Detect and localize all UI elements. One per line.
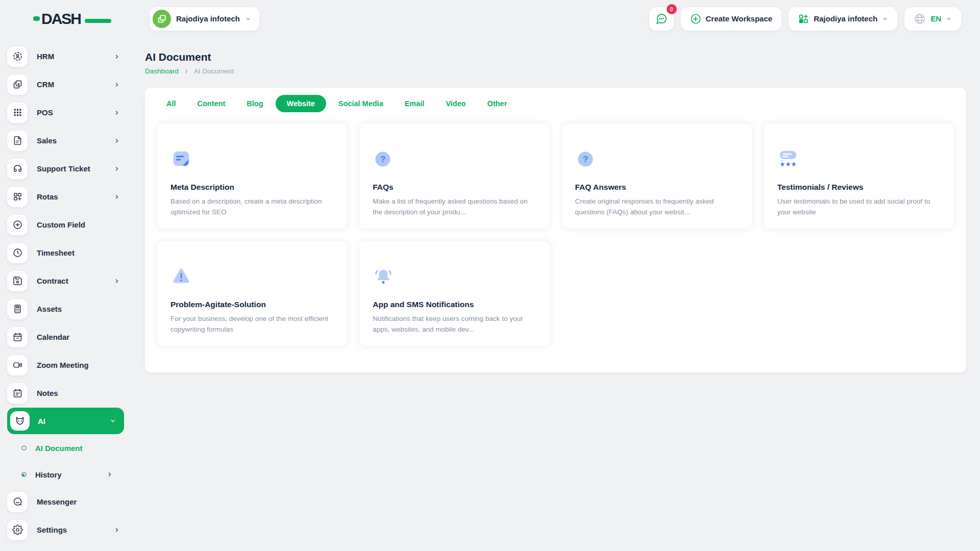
sidebar-item-label: Calendar	[37, 333, 69, 341]
tab-all[interactable]: All	[157, 95, 185, 112]
plus-circle-icon	[7, 215, 28, 235]
sidebar-subitem-label: History	[35, 470, 62, 479]
grid-plus-icon	[798, 13, 809, 24]
card-faq-answers[interactable]: ? FAQ Answers Create original responses …	[562, 123, 752, 229]
account-menu-button[interactable]: Rajodiya infotech	[789, 7, 897, 31]
breadcrumb-dashboard-link[interactable]: Dashboard	[145, 67, 179, 75]
chevron-right-icon	[114, 138, 120, 144]
chevron-down-icon	[946, 16, 952, 22]
category-tabs: All Content Blog Website Social Media Em…	[157, 95, 954, 112]
create-workspace-button[interactable]: Create Workspace	[681, 7, 782, 31]
user-focus-icon	[7, 46, 28, 67]
messages-button[interactable]: 0	[649, 7, 674, 31]
sidebar-item-hrm[interactable]: HRM	[7, 42, 124, 70]
question-circle-icon: ?	[373, 149, 536, 169]
sidebar-item-timesheet[interactable]: Timesheet	[7, 239, 124, 267]
tab-email[interactable]: Email	[396, 95, 434, 112]
note-calendar-icon	[7, 383, 28, 404]
logo-dash-accent	[33, 16, 40, 21]
sidebar-item-custom-field[interactable]: Custom Field	[7, 211, 124, 239]
sidebar-item-label: Custom Field	[37, 220, 85, 229]
card-title: FAQs	[373, 183, 536, 192]
create-workspace-label: Create Workspace	[706, 14, 773, 23]
card-title: FAQ Answers	[575, 183, 739, 192]
workspace-switcher[interactable]: Rajodiya infotech	[150, 7, 259, 31]
card-title: Problem-Agitate-Solution	[170, 300, 334, 309]
language-selector[interactable]: EN	[904, 7, 961, 31]
calendar-icon	[7, 327, 28, 347]
sidebar-item-label: Zoom Meeting	[37, 361, 89, 369]
sidebar-item-label: POS	[37, 108, 53, 117]
chevron-right-icon	[114, 278, 120, 284]
workspace-name: Rajodiya infotech	[176, 14, 240, 23]
card-testimonials-reviews[interactable]: ★★★ Testimonials / Reviews User testimon…	[764, 123, 954, 229]
sidebar-item-zoom-meeting[interactable]: Zoom Meeting	[7, 351, 124, 379]
card-app-sms-notifications[interactable]: App and SMS Notifications Notifications …	[359, 241, 549, 346]
chat-notification-icon	[655, 13, 668, 25]
breadcrumb-current: AI Document	[194, 67, 234, 75]
sidebar-item-messenger[interactable]: Messenger	[7, 488, 124, 516]
sidebar-item-rotas[interactable]: Rotas	[7, 183, 124, 211]
sidebar-item-label: CRM	[37, 80, 54, 89]
card-description: Create original responses to frequently …	[575, 196, 739, 218]
chevron-right-icon	[114, 110, 120, 116]
logo-text: DASH	[41, 11, 81, 27]
sidebar-subitem-history[interactable]: History	[7, 461, 124, 488]
card-description: User testimonials to be used to add soci…	[777, 196, 941, 218]
sidebar-item-assets[interactable]: Assets	[7, 295, 124, 323]
copy-squares-icon	[7, 74, 28, 95]
sidebar-item-ai[interactable]: AI	[7, 408, 124, 434]
logo-green-bar	[85, 19, 111, 23]
tab-blog[interactable]: Blog	[237, 95, 272, 112]
sidebar-item-support-ticket[interactable]: Support Ticket	[7, 155, 124, 183]
tab-content[interactable]: Content	[188, 95, 235, 112]
card-description: Notifications that keep users coming bac…	[373, 314, 536, 335]
tab-video[interactable]: Video	[436, 95, 475, 112]
gear-icon	[7, 520, 28, 540]
sidebar-item-label: Rotas	[37, 192, 58, 201]
sidebar-item-label: Timesheet	[37, 248, 75, 257]
tab-social-media[interactable]: Social Media	[329, 95, 393, 112]
sidebar-subitem-label: AI Document	[35, 444, 83, 453]
card-title: Meta Description	[170, 183, 334, 192]
sidebar-item-calendar[interactable]: Calendar	[7, 323, 124, 351]
chevron-right-icon	[114, 166, 120, 172]
card-description: Make a list of frequently asked question…	[373, 196, 536, 218]
header-actions: 0 Create Workspace Rajodiya infotech EN	[649, 7, 962, 31]
chevron-right-icon	[107, 471, 113, 478]
calculator-icon	[7, 299, 28, 319]
chevron-right-icon	[114, 194, 120, 200]
card-meta-description[interactable]: Meta Description Based on a description,…	[157, 123, 347, 229]
sidebar-item-pos[interactable]: POS	[7, 98, 124, 127]
chevron-right-icon	[114, 527, 120, 533]
card-description: For your business, develop one of the mo…	[170, 314, 334, 335]
chevron-right-icon	[183, 68, 189, 74]
sidebar-item-sales[interactable]: Sales	[7, 127, 124, 155]
page-title: AI Document	[145, 51, 966, 63]
main-content: AI Document Dashboard AI Document All Co…	[131, 37, 980, 551]
language-code: EN	[930, 14, 941, 23]
sidebar-item-notes[interactable]: Notes	[7, 379, 124, 407]
headphones-icon	[7, 159, 28, 179]
plus-circle-icon	[690, 13, 701, 24]
template-card-grid: Meta Description Based on a description,…	[157, 123, 954, 346]
svg-text:?: ?	[582, 154, 588, 164]
clock-icon	[7, 243, 28, 263]
chevron-right-icon	[114, 54, 120, 60]
sidebar-item-label: Messenger	[37, 497, 77, 506]
globe-icon	[914, 13, 926, 25]
sidebar-item-label: Settings	[37, 525, 67, 534]
sidebar-nav: HRM CRM POS Sales	[0, 37, 131, 551]
dash-logo[interactable]: DASH	[33, 11, 97, 27]
sidebar-subitem-ai-document[interactable]: AI Document	[7, 435, 124, 461]
circle-bullet-icon	[21, 445, 27, 450]
card-title: App and SMS Notifications	[373, 300, 536, 309]
sidebar-item-crm[interactable]: CRM	[7, 70, 124, 98]
tab-website[interactable]: Website	[276, 95, 326, 112]
sidebar-item-contract[interactable]: Contract	[7, 267, 124, 295]
tab-other[interactable]: Other	[478, 95, 517, 112]
card-faqs[interactable]: ? FAQs Make a list of frequently asked q…	[359, 123, 549, 229]
video-camera-icon	[7, 355, 28, 375]
card-problem-agitate-solution[interactable]: Problem-Agitate-Solution For your busine…	[157, 241, 347, 346]
sidebar-item-settings[interactable]: Settings	[7, 516, 124, 544]
